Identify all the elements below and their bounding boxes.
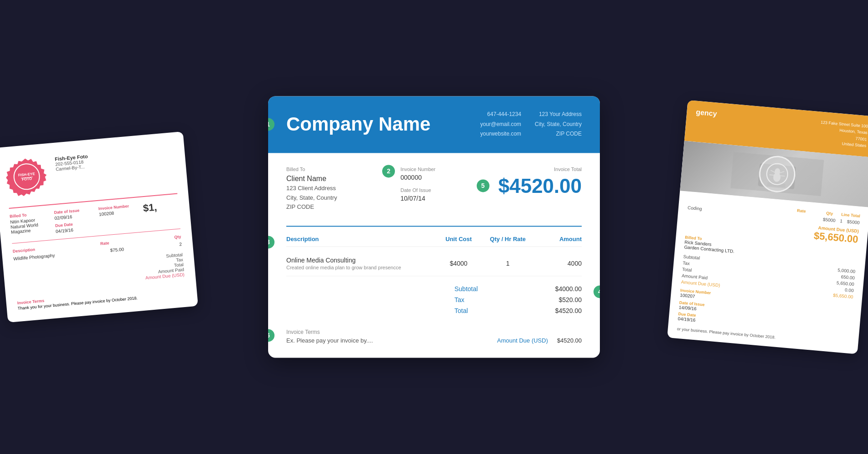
center-date-value: 10/07/14	[400, 195, 468, 202]
center-client-name: Client Name	[286, 175, 387, 183]
row-amount: 4000	[533, 257, 582, 271]
subtotal-label: Subtotal	[454, 286, 478, 293]
terms-amount-due: Amount Due (USD) $4520.00	[497, 338, 582, 344]
right-subtotal-value: 5,000.00	[838, 267, 856, 274]
row-desc-sub: Created online media plan to grow brand …	[286, 265, 434, 271]
left-line-rate: $75.00	[110, 247, 124, 253]
center-table-container: 3 Description Unit Cost Qty / Hr Rate Am…	[286, 236, 582, 277]
svg-line-14	[769, 175, 774, 175]
svg-line-13	[779, 171, 784, 173]
row-desc-title: Online Media Consulting	[286, 257, 434, 264]
left-line-desc: Wildlife Photography	[13, 253, 55, 262]
right-amount-paid-value: 0.00	[845, 287, 854, 293]
right-rate-value: $5000	[823, 217, 836, 222]
center-inv-num-value: 000000	[400, 174, 468, 181]
center-phone: 647-444-1234	[480, 110, 521, 120]
center-inv-num-label: Invoice Number	[400, 166, 468, 172]
center-body: Billed To Client Name 123 Client Address…	[268, 153, 600, 358]
terms-row: Ex. Please pay your invoice by.... Amoun…	[286, 338, 582, 344]
total-value: $4520.00	[555, 308, 582, 315]
left-header-info: Fish-Eye Foto 202-555-0118 Carmel-By-T..…	[55, 151, 89, 172]
right-total-value: 5,650.00	[836, 280, 854, 287]
center-total-label: Invoice Total	[481, 166, 582, 172]
right-qty-header: Qty	[810, 209, 833, 216]
right-body: Rate Qty Line Total Coding $5000 1 $5000…	[667, 191, 868, 354]
center-contact-col2: 123 Your Address City, State, Country ZI…	[535, 110, 582, 139]
center-invoice: 1 Company Name 647-444-1234 your@email.c…	[268, 96, 600, 358]
center-addr2: City, State, Country	[535, 120, 582, 130]
center-terms-section: 6 Invoice Terms Ex. Please pay your invo…	[286, 329, 582, 344]
left-qty-header: Qty	[174, 234, 181, 239]
terms-amount-due-label: Amount Due (USD)	[497, 338, 548, 344]
total-label: Total	[454, 308, 468, 315]
unit-col-header: Unit Cost	[434, 236, 483, 243]
right-coding-label: Coding	[688, 205, 703, 211]
badge-3: 3	[268, 236, 274, 249]
left-terms: Invoice Terms Thank you for your busines…	[17, 286, 186, 311]
center-table-header: Description Unit Cost Qty / Hr Rate Amou…	[286, 236, 582, 247]
svg-line-15	[780, 176, 785, 176]
svg-point-11	[773, 172, 781, 182]
left-billed-group: Billed To Nitin Kapoor Natural World Mag…	[10, 211, 47, 238]
left-line-qty: 2	[179, 242, 182, 247]
center-header-right: 647-444-1234 your@email.com yourwebsite.…	[480, 110, 582, 139]
tax-label: Tax	[454, 297, 464, 304]
terms-text: Ex. Please pay your invoice by....	[286, 338, 373, 344]
subtotal-value: $4000.00	[555, 286, 582, 293]
center-header: 1 Company Name 647-444-1234 your@email.c…	[268, 96, 600, 153]
fish-eye-logo: FISH-EYE FOTO	[5, 155, 49, 199]
center-invoice-info: 2 Invoice Number 000000 Date Of Issue 10…	[400, 166, 468, 212]
right-tax-label: Tax	[683, 260, 690, 266]
left-date-group: Date of Issue 02/09/16 Due Date 04/19/16	[54, 207, 91, 234]
right-agency-name: gency	[696, 108, 718, 118]
tax-row: Tax $520.00	[454, 297, 582, 304]
svg-line-12	[771, 170, 775, 172]
center-date-label: Date Of Issue	[400, 187, 468, 193]
center-totals-section: 4 Subtotal $4000.00 Tax $520.00 Total $4…	[286, 286, 582, 318]
row-qty: 1	[483, 257, 532, 271]
right-total-label: Total	[682, 267, 692, 272]
terms-label: Invoice Terms	[286, 329, 582, 336]
row-unit-cost: $4000	[434, 257, 483, 271]
amt-col-header: Amount	[533, 236, 582, 243]
badge-6: 6	[268, 329, 274, 342]
left-invoice: FISH-EYE FOTO Fish-Eye Foto 202-555-0118…	[0, 131, 198, 323]
right-invoice: gency 123 Fake Street Suite 100 Houston,…	[667, 100, 868, 354]
right-tax-value: 650.00	[841, 274, 855, 280]
left-amount-value: $1,	[143, 199, 179, 214]
right-subtotal-label: Subtotal	[683, 254, 700, 260]
right-line-total-header: Line Total	[838, 212, 861, 218]
left-amount-group: $1,	[143, 199, 180, 226]
center-client-addr3: ZIP CODE	[286, 203, 387, 212]
totals-grid: Subtotal $4000.00 Tax $520.00 Total $452…	[454, 286, 582, 318]
center-total-amount: $4520.00	[481, 175, 582, 197]
subtotal-row: Subtotal $4000.00	[454, 286, 582, 293]
left-rate-header: Rate	[100, 241, 109, 246]
left-invoice-num-group: Invoice Number 100208	[98, 203, 135, 230]
right-header-addr: 123 Fake Street Suite 100 Houston, Texas…	[819, 119, 868, 149]
badge-1: 1	[268, 118, 274, 131]
center-email: your@email.com	[480, 120, 521, 130]
badge-2: 2	[382, 165, 395, 177]
left-logo-area: FISH-EYE FOTO Fish-Eye Foto 202-555-0118…	[5, 143, 176, 199]
center-website: yourwebsite.com	[480, 130, 521, 140]
center-contact-col1: 647-444-1234 your@email.com yourwebsite.…	[480, 110, 521, 139]
desc-col-header: Description	[286, 236, 434, 243]
right-qty-value: 1	[840, 218, 843, 223]
right-rate-header: Rate	[783, 207, 806, 213]
center-divider	[286, 226, 582, 227]
terms-amount-due-value: $4520.00	[557, 338, 582, 344]
right-amount-due-usd-value: $5,650.00	[833, 293, 853, 299]
row-desc: Online Media Consulting Created online m…	[286, 257, 434, 271]
tax-value: $520.00	[559, 297, 582, 304]
center-client-addr1: 123 Client Address	[286, 184, 387, 193]
qty-col-header: Qty / Hr Rate	[483, 236, 532, 243]
center-billed-label: Billed To	[286, 166, 387, 172]
badge-5: 5	[477, 179, 489, 192]
center-addr1: 123 Your Address	[535, 110, 582, 120]
center-table-row: Online Media Consulting Created online m…	[286, 252, 582, 277]
bug-icon	[765, 161, 789, 186]
badge-4: 4	[594, 286, 600, 298]
center-addr3: ZIP CODE	[535, 130, 582, 140]
total-row: Total $4520.00	[454, 308, 582, 315]
